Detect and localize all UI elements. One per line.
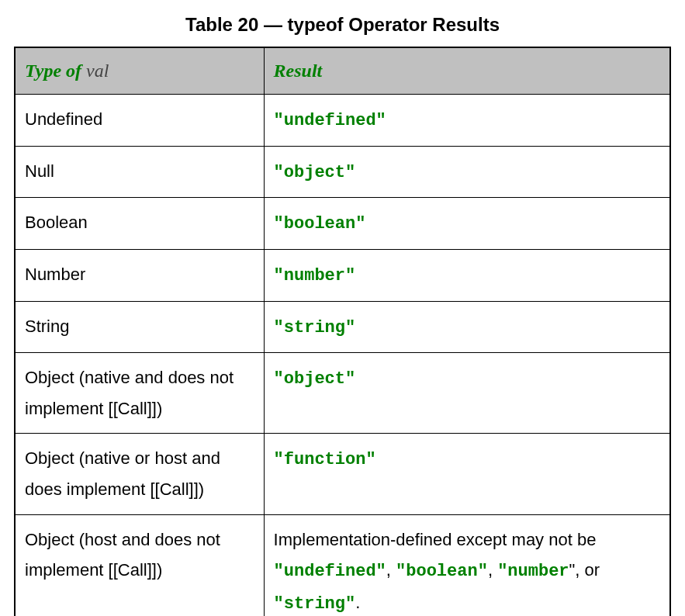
result-period: . — [355, 593, 360, 612]
header-type-sub: val — [81, 61, 109, 81]
cell-result: Implementation-defined except may not be… — [264, 514, 670, 616]
result-code: "boolean" — [396, 562, 488, 581]
cell-result: "number" — [264, 249, 670, 301]
table-row: Boolean "boolean" — [15, 198, 670, 250]
result-code: "string" — [274, 318, 356, 337]
result-code: "undefined" — [274, 562, 386, 581]
cell-result: "object" — [264, 353, 670, 434]
cell-type: Boolean — [15, 198, 264, 250]
cell-result: "boolean" — [264, 198, 670, 250]
cell-result: "undefined" — [264, 95, 670, 147]
result-code: "number" — [274, 266, 356, 286]
result-sep: , — [488, 560, 497, 580]
cell-type: Object (native or host and does implemen… — [15, 434, 264, 514]
table-row: Null "object" — [15, 146, 670, 198]
table-row: Object (host and does not implement [[Ca… — [15, 514, 670, 616]
table-row: Object (native or host and does implemen… — [15, 434, 670, 514]
header-result: Result — [264, 47, 670, 95]
cell-type: Object (native and does not implement [[… — [15, 353, 264, 434]
result-code: "boolean" — [274, 214, 366, 234]
result-sep: , or — [575, 560, 600, 580]
cell-result: "object" — [264, 146, 670, 198]
typeof-results-table: Type of val Result Undefined "undefined"… — [14, 47, 671, 616]
cell-result: "function" — [264, 434, 670, 514]
cell-type: Object (host and does not implement [[Ca… — [15, 514, 264, 616]
table-row: Number "number" — [15, 249, 670, 301]
table-row: String "string" — [15, 301, 670, 353]
header-type: Type of val — [15, 47, 264, 95]
result-text-before: Implementation-defined except may not be — [274, 530, 597, 549]
table-row: Undefined "undefined" — [15, 95, 670, 147]
result-code: "number — [497, 562, 569, 581]
table-header-row: Type of val Result — [15, 47, 670, 95]
result-code: "string" — [274, 594, 356, 614]
cell-type: Undefined — [15, 95, 264, 147]
cell-result: "string" — [264, 301, 670, 353]
result-code: "object" — [274, 369, 356, 389]
result-code: "undefined" — [274, 111, 386, 130]
header-type-main: Type of — [25, 61, 81, 81]
table-caption: Table 20 — typeof Operator Results — [14, 14, 671, 36]
result-sep: , — [386, 560, 396, 580]
table-row: Object (native and does not implement [[… — [15, 353, 670, 434]
result-code: "function" — [274, 450, 376, 469]
cell-type: String — [15, 301, 264, 353]
cell-type: Number — [15, 249, 264, 301]
cell-type: Null — [15, 146, 264, 198]
result-code: "object" — [274, 163, 356, 182]
